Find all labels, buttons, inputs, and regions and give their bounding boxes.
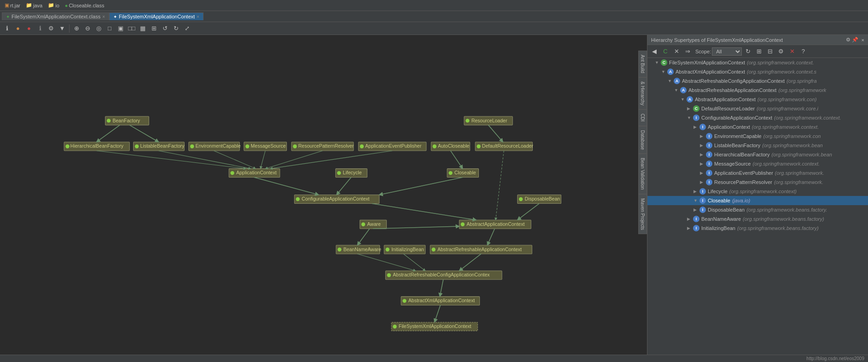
svg-point-24 bbox=[360, 144, 363, 148]
toolbar-btn-dot1[interactable]: ● bbox=[13, 23, 23, 34]
panel-btn-class[interactable]: C bbox=[660, 46, 670, 57]
panel-btn-arrow[interactable]: ⇒ bbox=[682, 46, 693, 57]
tree-item-messagesource[interactable]: ▶ I MessageSource (org.springframework.c… bbox=[647, 159, 868, 168]
expand-icon[interactable]: ▼ bbox=[655, 60, 660, 65]
panel-header: Hierarchy Supertypes of FileSystemXmlApp… bbox=[647, 35, 868, 45]
panel-btn-help[interactable]: ? bbox=[798, 46, 808, 57]
expand-icon[interactable]: ▶ bbox=[693, 125, 699, 129]
tree-item-hierarchicalbean[interactable]: ▶ I HierarchicalBeanFactory (org.springf… bbox=[647, 150, 868, 159]
panel-btn-settings2[interactable]: ⚙ bbox=[776, 46, 786, 57]
panel-btn-close[interactable]: ✕ bbox=[787, 46, 797, 57]
toolbar-btn-dot2[interactable]: ● bbox=[24, 23, 34, 34]
toolbar-btn-redo[interactable]: ↻ bbox=[171, 23, 181, 34]
svg-point-27 bbox=[432, 144, 436, 148]
toolbar-btn-layout3[interactable]: □□ bbox=[127, 23, 137, 34]
scope-select[interactable]: All Project bbox=[712, 47, 742, 56]
status-url: http://blog.csdn.net/eos2009 bbox=[806, 356, 864, 361]
svg-text:AbstractRefreshableConfigAppli: AbstractRefreshableConfigApplicationCont… bbox=[393, 272, 490, 277]
pin-icon[interactable]: 📌 bbox=[852, 37, 858, 43]
toolbar-btn-dot3[interactable]: ℹ bbox=[35, 23, 45, 34]
svg-text:HierarchicalBeanFactory: HierarchicalBeanFactory bbox=[70, 143, 124, 149]
panel-btn-collapse-all[interactable]: ⊟ bbox=[765, 46, 775, 57]
expand-icon[interactable]: ▶ bbox=[700, 161, 705, 166]
item-label: DisposableBean bbox=[708, 207, 745, 213]
toolbar-btn-layout2[interactable]: ▣ bbox=[116, 23, 126, 34]
ant-build-tab[interactable]: Ant Build bbox=[638, 51, 647, 77]
expand-icon[interactable]: ▶ bbox=[687, 217, 693, 221]
expand-icon[interactable]: ▶ bbox=[687, 226, 693, 230]
rt-jar-tab[interactable]: ▣ rt.jar bbox=[2, 1, 23, 9]
expand-icon[interactable]: ▼ bbox=[674, 88, 680, 92]
tree-item-configurableapp[interactable]: ▼ I ConfigurableApplicationContext (org.… bbox=[647, 113, 868, 122]
java-folder-tab[interactable]: 📁 java bbox=[23, 1, 45, 9]
item-label: MessageSource bbox=[714, 161, 751, 167]
tree-panel[interactable]: ▼ C FileSystemXmlApplicationContext (org… bbox=[647, 58, 868, 355]
close-panel-icon[interactable]: × bbox=[862, 37, 864, 43]
editor-tab-class[interactable]: ✦ FileSystemXmlApplicationContext.class … bbox=[2, 12, 109, 20]
panel-btn-refresh[interactable]: ↻ bbox=[743, 46, 753, 57]
svg-text:DefaultResourceLoader: DefaultResourceLoader bbox=[482, 143, 534, 149]
tree-item-appcontext[interactable]: ▶ I ApplicationContext (org.springframew… bbox=[647, 122, 868, 132]
toolbar-btn-layout1[interactable]: □ bbox=[105, 23, 115, 34]
panel-btn-x[interactable]: ✕ bbox=[671, 46, 682, 57]
closeable-class-tab[interactable]: ● Closeable.class bbox=[62, 2, 107, 9]
bean-validation-tab[interactable]: Bean Validation bbox=[638, 154, 647, 194]
toolbar-btn-layout5[interactable]: ⊞ bbox=[149, 23, 159, 34]
editor-tab-diagram[interactable]: ✦ FileSystemXmlApplicationContext × bbox=[109, 12, 204, 20]
toolbar-btn-settings[interactable]: ⚙ bbox=[46, 23, 56, 34]
toolbar-btn-zoom-in[interactable]: ⊕ bbox=[71, 23, 82, 34]
diagram-area[interactable]: BeanFactory ResourceLoader HierarchicalB… bbox=[0, 35, 647, 355]
expand-icon[interactable]: ▶ bbox=[687, 106, 693, 111]
abstract-icon: A bbox=[667, 68, 674, 75]
expand-icon[interactable]: ▶ bbox=[700, 180, 705, 184]
close-tab-icon[interactable]: × bbox=[102, 14, 105, 19]
tree-item-abstractrefreshableconfig[interactable]: ▼ A AbstractRefreshableConfigApplication… bbox=[647, 76, 868, 86]
database-tab[interactable]: Database bbox=[638, 126, 647, 154]
expand-icon[interactable]: ▼ bbox=[687, 115, 693, 120]
panel-btn-back[interactable]: ◀ bbox=[649, 46, 659, 57]
svg-text:BeanNameAware: BeanNameAware bbox=[344, 247, 381, 252]
tree-item-filesystemxml[interactable]: ▼ C FileSystemXmlApplicationContext (org… bbox=[647, 58, 868, 67]
tree-item-closeable[interactable]: ▼ I Closeable (java.io) bbox=[647, 196, 868, 205]
toolbar-btn-layout4[interactable]: ▦ bbox=[138, 23, 148, 34]
io-folder-tab[interactable]: 📁 io bbox=[45, 1, 62, 9]
tree-item-envcapable[interactable]: ▶ I EnvironmentCapable (org.springframew… bbox=[647, 132, 868, 141]
toolbar-btn-undo[interactable]: ↺ bbox=[160, 23, 170, 34]
cdi-tab[interactable]: CDI bbox=[638, 109, 647, 126]
toolbar-btn-down[interactable]: ▼ bbox=[57, 23, 67, 34]
hierarchy-tab[interactable]: & Hierarchy bbox=[638, 77, 647, 109]
tree-item-abstractxml[interactable]: ▼ A AbstractXmlApplicationContext (org.s… bbox=[647, 67, 868, 76]
tree-item-beannameaware[interactable]: ▶ I BeanNameAware (org.springframework.b… bbox=[647, 214, 868, 224]
expand-icon[interactable]: ▼ bbox=[681, 97, 686, 102]
expand-icon[interactable]: ▶ bbox=[700, 143, 705, 148]
tree-item-abstractapp[interactable]: ▼ A AbstractApplicationContext (org.spri… bbox=[647, 95, 868, 104]
expand-icon[interactable]: ▶ bbox=[693, 207, 699, 212]
svg-point-36 bbox=[337, 171, 341, 175]
expand-icon[interactable]: ▶ bbox=[693, 189, 699, 194]
expand-icon[interactable]: ▼ bbox=[693, 198, 699, 203]
close-tab-icon[interactable]: × bbox=[197, 14, 199, 19]
tree-item-listablebean[interactable]: ▶ I ListableBeanFactory (org.springframe… bbox=[647, 141, 868, 150]
tree-item-resourcepattern[interactable]: ▶ I ResourcePatternResolver (org.springf… bbox=[647, 178, 868, 187]
toolbar-btn-expand[interactable]: ⤢ bbox=[182, 23, 192, 34]
item-package: (java.io) bbox=[732, 198, 750, 203]
expand-icon[interactable]: ▼ bbox=[668, 79, 673, 83]
panel-btn-expand-all[interactable]: ⊞ bbox=[754, 46, 764, 57]
item-label: BeanNameAware bbox=[701, 216, 741, 222]
expand-icon[interactable]: ▶ bbox=[700, 171, 705, 175]
tree-item-appeventpub[interactable]: ▶ I ApplicationEventPublisher (org.sprin… bbox=[647, 168, 868, 178]
interface-icon: I bbox=[705, 160, 713, 167]
tree-item-lifecycle[interactable]: ▶ I Lifecycle (org.springframework.conte… bbox=[647, 187, 868, 196]
tree-item-initializingbean[interactable]: ▶ I InitializingBean (org.springframewor… bbox=[647, 224, 868, 233]
expand-icon[interactable]: ▶ bbox=[700, 134, 705, 138]
toolbar-btn-zoom-out[interactable]: ⊖ bbox=[82, 23, 93, 34]
tree-item-abstractrefreshable[interactable]: ▼ A AbstractRefreshableApplicationContex… bbox=[647, 86, 868, 95]
maven-projects-tab[interactable]: Maven Projects bbox=[638, 194, 647, 234]
expand-icon[interactable]: ▼ bbox=[661, 69, 667, 74]
tree-item-defaultresourceloader[interactable]: ▶ C DefaultResourceLoader (org.springfra… bbox=[647, 104, 868, 113]
toolbar-btn-fit[interactable]: ◎ bbox=[93, 23, 104, 34]
expand-icon[interactable]: ▶ bbox=[700, 152, 705, 157]
tree-item-disposablebean[interactable]: ▶ I DisposableBean (org.springframework.… bbox=[647, 205, 868, 214]
settings-icon[interactable]: ⚙ bbox=[846, 37, 851, 43]
toolbar-btn-info[interactable]: ℹ bbox=[2, 23, 12, 34]
